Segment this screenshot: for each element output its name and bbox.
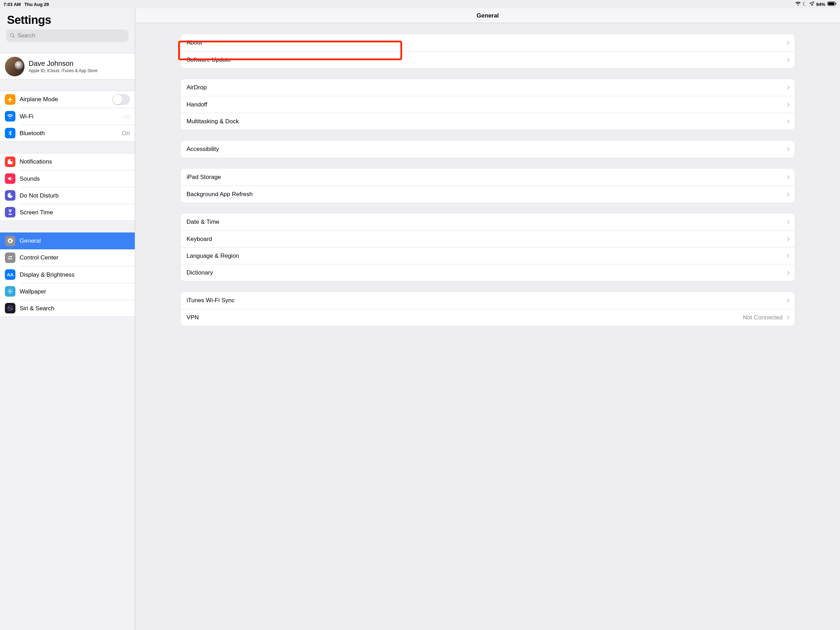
detail-item-label: Dictionary [186,269,213,276]
detail-item-handoff[interactable]: Handoff [181,96,445,113]
detail-item-airdrop[interactable]: AirDrop [181,79,445,96]
sidebar-item-wifi[interactable]: Wi-Fi — [0,108,135,125]
settings-title: Settings [0,8,135,29]
sidebar-item-label: Sounds [20,176,40,182]
svg-point-10 [11,258,11,260]
apple-id-row[interactable]: Dave Johnson Apple ID, iCloud, iTunes & … [0,53,135,79]
sidebar-item-display[interactable]: AA Display & Brightness [0,266,135,283]
detail-item-label: Software Update [186,56,231,63]
detail-item-dictionary[interactable]: Dictionary [181,264,445,281]
notifications-icon [5,157,16,167]
svg-point-12 [9,291,11,293]
dnd-icon [5,190,16,201]
detail-item-label: AirDrop [186,84,207,91]
airplane-toggle[interactable] [112,94,130,105]
control-center-icon [5,252,16,263]
status-date: Thu Aug 29 [24,2,49,7]
detail-header: General [136,8,445,23]
bluetooth-icon [5,128,16,138]
detail-item-vpn[interactable]: VPN Not Connected [181,309,445,326]
search-icon [10,33,16,38]
search-input[interactable]: Search [6,29,128,42]
detail-item-language[interactable]: Language & Region [181,247,445,264]
sidebar-item-label: Siri & Search [20,305,54,312]
apple-id-name: Dave Johnson [29,60,97,68]
sidebar-item-label: Wallpaper [20,288,46,295]
sidebar-item-label: Display & Brightness [20,271,74,279]
detail-item-label: About [186,39,202,46]
svg-point-14 [11,291,12,292]
sounds-icon [5,173,16,184]
status-time: 7:03 AM [3,2,21,7]
detail-item-label: Keyboard [186,236,212,243]
sidebar-item-bluetooth[interactable]: Bluetooth On [0,125,135,141]
sidebar-item-label: Notifications [20,158,52,165]
sidebar-item-label: Airplane Mode [20,96,58,103]
detail-item-label: iTunes Wi-Fi Sync [186,297,235,304]
detail-item-storage[interactable]: iPad Storage [181,169,445,185]
sidebar-item-control-center[interactable]: Control Center [0,249,135,266]
detail-pane: General About Software Update AirDrop Ha… [136,8,445,333]
wifi-settings-icon [5,111,16,122]
avatar [5,57,25,76]
detail-item-keyboard[interactable]: Keyboard [181,230,445,247]
siri-icon [5,303,16,313]
bluetooth-value: On [122,130,130,137]
sidebar-item-airplane[interactable]: Airplane Mode [0,91,135,108]
apple-id-subtitle: Apple ID, iCloud, iTunes & App Store [29,68,97,73]
detail-item-itunes-sync[interactable]: iTunes Wi-Fi Sync [181,292,445,309]
display-icon: AA [5,269,16,280]
sidebar: Settings Search Dave Johnson Apple ID, i… [0,8,135,333]
sidebar-item-label: Bluetooth [20,130,45,137]
sidebar-item-label: Screen Time [20,209,53,216]
sidebar-item-general[interactable]: General [0,233,135,249]
detail-item-bgrefresh[interactable]: Background App Refresh [181,185,445,203]
svg-point-13 [10,289,11,290]
search-placeholder: Search [17,33,35,39]
detail-item-label: iPad Storage [186,174,221,181]
detail-item-label: Accessibility [186,146,219,153]
sidebar-item-sounds[interactable]: Sounds [0,170,135,187]
detail-item-label: VPN [186,314,199,321]
svg-point-9 [9,256,10,257]
sidebar-item-screentime[interactable]: Screen Time [0,204,135,221]
detail-item-about[interactable]: About [181,34,445,51]
wifi-value: — [124,113,130,120]
wallpaper-icon [5,286,16,297]
detail-item-label: Background App Refresh [186,191,253,198]
status-bar: 7:03 AM Thu Aug 29 94% [0,0,445,8]
sidebar-item-dnd[interactable]: Do Not Disturb [0,187,135,204]
general-icon [5,236,16,246]
detail-item-multitasking[interactable]: Multitasking & Dock [181,113,445,130]
svg-point-4 [11,159,13,161]
sidebar-item-wallpaper[interactable]: Wallpaper [0,283,135,300]
sidebar-item-label: Wi-Fi [20,113,33,120]
sidebar-item-label: Control Center [20,254,58,261]
detail-item-software-update[interactable]: Software Update [181,51,445,68]
detail-item-label: Multitasking & Dock [186,118,239,125]
svg-point-15 [10,293,11,293]
screentime-icon [5,207,16,217]
detail-item-label: Handoff [186,101,207,108]
sidebar-item-notifications[interactable]: Notifications [0,154,135,170]
sidebar-item-label: Do Not Disturb [20,192,58,199]
detail-item-datetime[interactable]: Date & Time [181,214,445,230]
sidebar-item-siri[interactable]: Siri & Search [0,300,135,317]
sidebar-item-label: General [20,237,41,244]
detail-item-label: Language & Region [186,252,239,260]
detail-item-accessibility[interactable]: Accessibility [181,141,445,158]
svg-point-16 [8,291,9,292]
airplane-icon [5,94,16,105]
detail-item-label: Date & Time [186,218,219,226]
